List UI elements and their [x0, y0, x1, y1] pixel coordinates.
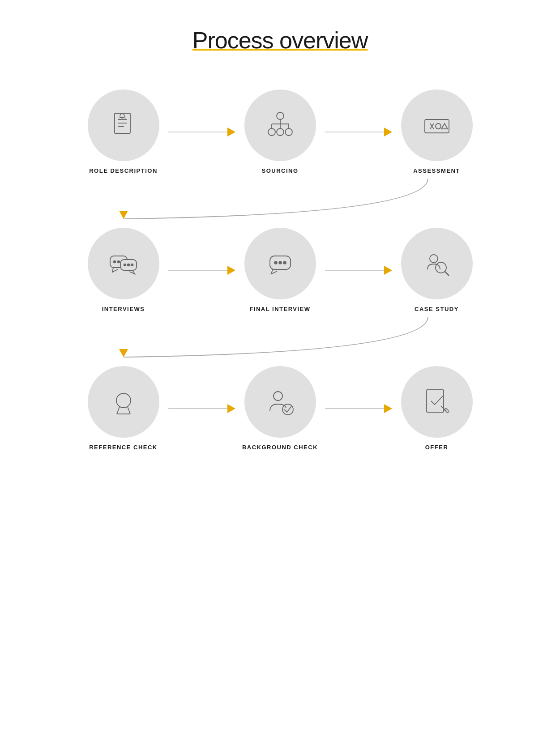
- node-final-interview: FINAL INTERVIEW: [235, 228, 325, 312]
- label-case-study: CASE STUDY: [415, 306, 459, 312]
- svg-point-7: [277, 128, 284, 136]
- label-final-interview: FINAL INTERVIEW: [249, 306, 310, 312]
- label-assessment: ASSESSMENT: [413, 167, 460, 174]
- node-offer: OFFER: [392, 366, 482, 451]
- circle-final-interview: [244, 228, 316, 299]
- label-interviews: INTERVIEWS: [102, 306, 145, 312]
- circle-role-description: [88, 90, 159, 161]
- svg-rect-42: [427, 390, 444, 412]
- org-chart-icon: [265, 110, 296, 141]
- svg-point-21: [113, 261, 115, 263]
- svg-point-30: [279, 261, 282, 264]
- connector-2-3: [79, 312, 482, 362]
- arrow-1-2: [168, 128, 235, 136]
- svg-marker-18: [441, 124, 448, 129]
- svg-point-8: [285, 128, 292, 136]
- circle-interviews: [88, 228, 159, 299]
- circle-reference-check: [88, 366, 159, 438]
- svg-line-34: [445, 271, 449, 276]
- page-title: Process overview: [192, 27, 368, 54]
- svg-point-40: [274, 392, 282, 401]
- svg-point-5: [277, 112, 284, 119]
- svg-point-17: [436, 124, 441, 129]
- arrow-7-8: [168, 404, 235, 413]
- svg-point-25: [124, 264, 126, 266]
- arrow-2-3: [325, 128, 392, 136]
- arrow-5-6: [325, 266, 392, 275]
- curve-svg-2: [79, 312, 482, 362]
- svg-point-32: [430, 255, 438, 263]
- node-assessment: ASSESSMENT: [392, 90, 482, 174]
- svg-point-26: [127, 264, 129, 266]
- node-case-study: CASE STUDY: [392, 228, 482, 312]
- node-sourcing: SOURCING: [235, 90, 325, 174]
- label-offer: OFFER: [425, 444, 449, 451]
- label-reference-check: REFERENCE CHECK: [89, 444, 158, 451]
- label-role-description: ROLE DESCRIPTION: [89, 167, 158, 174]
- circle-case-study: [401, 228, 473, 299]
- connector-1-2: [79, 174, 482, 223]
- arrow-4-5: [168, 266, 235, 275]
- svg-marker-35: [119, 349, 128, 357]
- svg-rect-14: [425, 119, 449, 133]
- node-background-check: BACKGROUND CHECK: [235, 366, 325, 451]
- svg-line-37: [117, 407, 120, 414]
- row-3: REFERENCE CHECK BACKGROUND CHECK: [79, 366, 482, 451]
- document-check-icon: [421, 386, 453, 418]
- node-interviews: INTERVIEWS: [79, 228, 168, 312]
- curve-svg-1: [79, 174, 482, 223]
- svg-point-36: [116, 393, 131, 408]
- svg-point-27: [131, 264, 133, 266]
- arrow-8-9: [325, 404, 392, 413]
- chat-icon: [108, 248, 139, 279]
- person-check-icon: [265, 386, 296, 418]
- row-2: INTERVIEWS FINAL INTERVIEW: [79, 228, 482, 312]
- flow-container: ROLE DESCRIPTION: [79, 90, 482, 451]
- page-container: Process overview ROLE DESCRIPTION: [0, 0, 560, 729]
- svg-point-41: [282, 404, 293, 415]
- svg-marker-19: [119, 211, 128, 219]
- document-icon: [108, 110, 139, 141]
- svg-point-29: [274, 261, 277, 264]
- assessment-icon: [421, 110, 453, 141]
- svg-point-22: [117, 261, 120, 263]
- row-1: ROLE DESCRIPTION: [79, 90, 482, 174]
- medal-icon: [108, 386, 139, 418]
- svg-point-6: [268, 128, 275, 136]
- svg-rect-44: [444, 408, 449, 413]
- circle-sourcing: [244, 90, 316, 161]
- svg-point-31: [283, 261, 286, 264]
- label-sourcing: SOURCING: [261, 167, 298, 174]
- node-reference-check: REFERENCE CHECK: [79, 366, 168, 451]
- circle-background-check: [244, 366, 316, 438]
- magnify-person-icon: [421, 248, 453, 279]
- node-role-description: ROLE DESCRIPTION: [79, 90, 168, 174]
- label-background-check: BACKGROUND CHECK: [242, 444, 318, 451]
- svg-line-38: [128, 407, 130, 414]
- chat-single-icon: [265, 248, 296, 279]
- circle-offer: [401, 366, 473, 438]
- circle-assessment: [401, 90, 473, 161]
